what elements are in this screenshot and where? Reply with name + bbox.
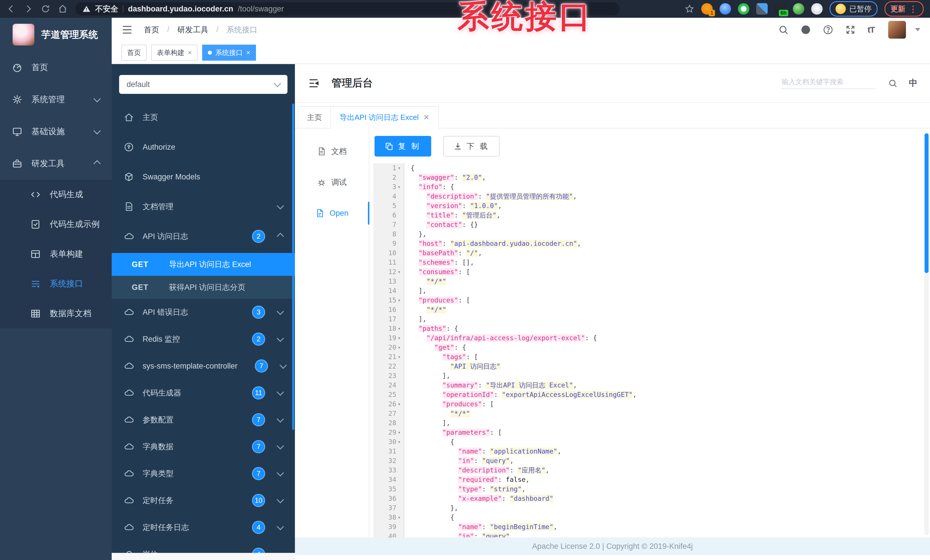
help-icon[interactable] [823,25,833,35]
font-size-icon[interactable]: tT [868,25,875,35]
extension-drop-icon[interactable] [719,3,731,15]
editor-scrollbar-track[interactable] [924,133,929,535]
swagger-group-参数配置[interactable]: 参数配置7 [112,407,295,433]
code-line: "x-example": "dashboard" [411,494,930,503]
line-number: 14 [373,286,404,296]
swagger-group-字典类型[interactable]: 字典类型7 [112,460,295,487]
code-editor[interactable]: 1▾23▾456789101112▾131415▾161718▾19▾20▾21… [373,163,930,537]
swagger-item-swagger-home[interactable]: 主页 [112,103,295,132]
editor-buttons: 复 制 下 载 [374,136,930,156]
line-number[interactable]: 19▾ [373,333,404,343]
annotation-overlay-text: 系统接口 [457,0,593,35]
swagger-group-API 错误日志[interactable]: API 错误日志3 [112,299,295,326]
sidebar-item-form-builder[interactable]: 表单构建 [0,239,112,269]
editor-scrollbar-thumb[interactable] [924,133,929,273]
breadcrumb-devtools[interactable]: 研发工具 [177,25,208,35]
line-number[interactable]: 20▾ [373,343,404,352]
paused-indicator[interactable]: 已暂停 [830,1,878,17]
line-number[interactable]: 29▾ [373,428,404,437]
extension-green-ring-icon[interactable] [738,3,749,15]
line-number[interactable]: 3▾ [373,182,404,192]
line-number[interactable]: 21▾ [373,352,404,362]
extension-grid-icon[interactable] [756,3,768,15]
doc-tab-home[interactable]: 主页 [298,106,331,129]
sidebar-item-codegen[interactable]: 代码生成 [0,180,112,209]
fullscreen-icon[interactable] [845,25,856,35]
extension-leaf-icon[interactable] [793,3,804,15]
swagger-item-authorize[interactable]: Authorize [112,132,295,162]
swagger-group-定时任务[interactable]: 定时任务10 [112,487,295,514]
sidebar-item-home[interactable]: 首页 [0,52,112,84]
browser-menu-icon[interactable]: ⋮ [909,4,918,14]
line-number[interactable]: 30▾ [373,437,404,447]
sidebar-item-system[interactable]: 系统管理 [0,84,112,116]
doc-search[interactable] [781,78,876,89]
swagger-group-sys-sms-template-controller[interactable]: sys-sms-template-controller7 [112,353,295,379]
side-tab-debug[interactable]: 调试 [295,167,369,198]
extension-6h-icon[interactable]: 6h [774,3,786,15]
api-endpoint-导出API 访问日志 Excel[interactable]: GET导出API 访问日志 Excel [112,253,295,276]
back-icon[interactable] [6,4,16,14]
group-select[interactable]: default [119,75,288,94]
sidebar-scrollbar-thumb[interactable] [292,104,294,430]
reload-icon[interactable] [41,4,51,14]
hamburger-icon[interactable] [122,24,133,35]
collapse-menu-icon[interactable] [308,77,320,89]
sidebar-item-system-api[interactable]: 系统接口 [0,269,112,299]
sidebar-hscrollbar[interactable] [112,553,295,560]
download-button[interactable]: 下 载 [443,136,500,156]
extension-orange-icon[interactable]: 1 [701,3,713,15]
not-secure-label[interactable]: 不安全 [95,4,118,14]
swagger-item-api-access-log[interactable]: API 访问日志2 [112,221,295,251]
swagger-item-doc-manage[interactable]: 文档管理 [112,192,295,221]
tag-form-builder[interactable]: 表单构建× [151,44,197,61]
swagger-group-字典数据[interactable]: 字典数据7 [112,433,295,460]
line-number[interactable]: 1▾ [373,163,404,173]
doc-search-icon[interactable] [888,79,898,88]
close-icon[interactable]: ✕ [423,113,430,122]
close-icon[interactable]: × [188,49,192,57]
line-number[interactable]: 26▾ [373,399,404,409]
swagger-group-Redis 监控[interactable]: Redis 监控2 [112,326,295,353]
line-number: 7 [373,220,404,230]
sidebar-item-devtools[interactable]: 研发工具 [0,148,112,180]
line-number[interactable]: 38▾ [373,513,404,522]
sidebar-item-codegen-example[interactable]: 代码生成示例 [0,209,112,239]
update-label: 更新 [890,4,905,14]
search-icon[interactable] [778,25,788,35]
code-line: "in": "query", [411,456,930,466]
language-toggle[interactable]: 中 [909,77,918,89]
sidebar-logo[interactable]: 芋道管理系统 [0,18,112,52]
copy-button[interactable]: 复 制 [374,136,431,156]
avatar-caret-icon[interactable] [915,28,920,31]
sidebar-item-db-doc[interactable]: 数据库文档 [0,299,112,328]
api-endpoint-获得API 访问日志分页[interactable]: GET获得API 访问日志分页 [112,276,295,299]
user-avatar[interactable] [888,21,906,38]
sidebar-item-infra[interactable]: 基础设施 [0,116,112,148]
lock-icon [124,142,134,152]
swagger-group-定时任务日志[interactable]: 定时任务日志4 [112,514,295,541]
tag-system-api[interactable]: 系统接口× [202,44,256,61]
doc-search-input[interactable] [781,78,876,86]
home-icon[interactable] [58,4,68,14]
line-number[interactable]: 12▾ [373,267,404,277]
line-number: 9 [373,239,404,249]
update-button[interactable]: 更新 ⋮ [884,1,924,17]
line-number: 23 [373,371,404,380]
swagger-group-代码生成器[interactable]: 代码生成器11 [112,379,295,407]
doc-tab-export-log[interactable]: 导出API 访问日志 Excel✕ [330,106,439,129]
github-icon[interactable] [801,25,811,35]
extension-paw-icon[interactable] [811,3,823,15]
swagger-item-swagger-models[interactable]: Swagger Models [112,162,295,192]
breadcrumb-home[interactable]: 首页 [144,25,159,35]
close-icon[interactable]: × [246,49,250,57]
chevron-up-icon [93,160,100,167]
side-tab-doc[interactable]: 文档 [295,136,369,167]
bookmark-star-icon[interactable] [685,4,694,14]
line-number[interactable]: 15▾ [373,296,404,305]
side-tab-open[interactable]: Open [295,198,369,229]
forward-icon[interactable] [23,4,33,14]
line-number[interactable]: 18▾ [373,324,404,333]
tag-home[interactable]: 首页 [122,44,146,61]
line-number: 25 [373,390,404,399]
